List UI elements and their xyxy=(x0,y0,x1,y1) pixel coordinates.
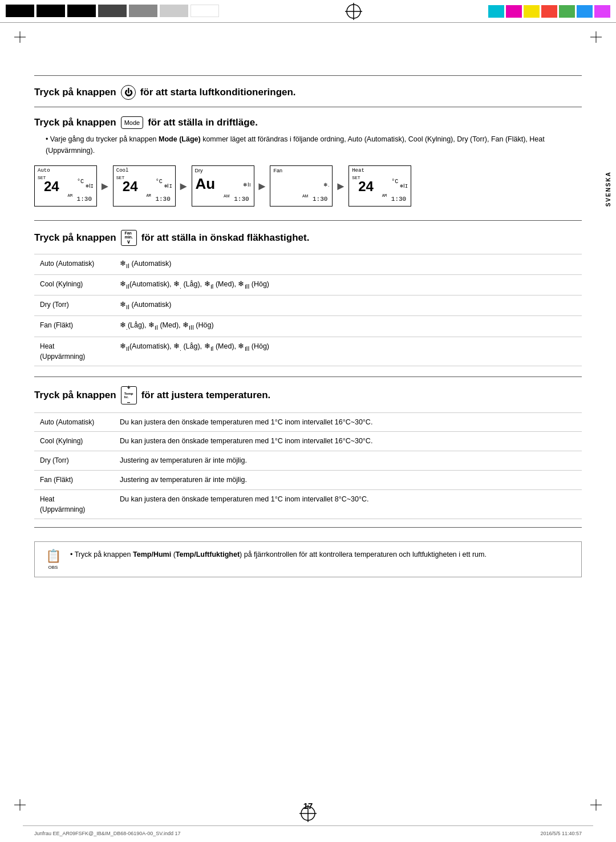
fan-heading-text1: Tryck på knappen xyxy=(34,232,116,244)
black-bar xyxy=(6,5,34,17)
lcd-cool-label: Cool xyxy=(116,168,129,173)
section-divider-1 xyxy=(34,75,582,76)
footer-left: Junfrau EE_AR09FSFK@_IB&IM_DB68-06190A-0… xyxy=(34,831,180,836)
section-heading-power-text1: Tryck på knappen xyxy=(34,87,116,98)
power-icon: ⏻ xyxy=(121,85,136,100)
temp-section: Tryck på knappen + Temphr. − för att jus… xyxy=(34,377,582,528)
temp-label: Temphr. xyxy=(124,392,133,399)
lcd-fan-time: 1:30 xyxy=(313,196,327,203)
lcd-heat-ampm: AM xyxy=(382,193,387,198)
note-icon: 📋 OBS xyxy=(44,549,62,570)
lcd-auto-time: 1:30 xyxy=(77,196,92,203)
fan-chevron-icon: ∨ xyxy=(127,239,131,245)
fan-button-icon: Fanmin. ∨ xyxy=(121,230,137,246)
fan-min-label: Fanmin. xyxy=(124,231,132,239)
lcd-fan-ampm: AM xyxy=(302,194,309,198)
fan-mode-auto: Auto (Automatisk) xyxy=(34,254,114,275)
fan-heading-text2: för att ställa in önskad fläkhastighet. xyxy=(141,232,310,244)
mode-arrow-4: ► xyxy=(335,180,346,193)
footer-divider xyxy=(23,825,593,826)
section-heading-mode: Tryck på knappen Mode för att ställa in … xyxy=(34,116,582,129)
black-registration-bars xyxy=(0,0,225,22)
note-bold-temp-humi: Temp/Humi xyxy=(133,550,171,558)
red-swatch xyxy=(541,5,557,18)
lcd-auto: Auto SET 24 °C ❄︎ⅠI AM 1:30 xyxy=(34,165,97,207)
table-row: Fan (Fläkt) ❄︎.(Låg), ❄︎ⅠI (Med), ❄︎ⅠII … xyxy=(34,316,582,337)
lcd-fan-label: Fan xyxy=(273,168,282,173)
temp-plus-icon: + xyxy=(127,385,131,391)
temp-mode-auto: Auto (Automatisk) xyxy=(34,412,114,432)
lcd-dry: Dry Au ❄︎ⅠI AM 1:30 xyxy=(192,165,254,207)
footer-right: 2016/5/5 11:40:57 xyxy=(540,831,582,836)
temp-mode-dry: Dry (Torr) xyxy=(34,451,114,471)
fan-desc-heat: ❄︎ⅠI(Automatisk), ❄︎. (Låg), ❄︎ⅠI (Med),… xyxy=(114,337,582,366)
note-text: • Tryck på knappen Temp/Humi (Temp/Luftf… xyxy=(70,549,487,560)
section-divider-5 xyxy=(34,527,582,528)
fan-speed-table: Auto (Automatisk) ❄︎ⅠI (Automatisk) Cool… xyxy=(34,254,582,366)
table-row: Heat(Uppvärmning) ❄︎ⅠI(Automatisk), ❄︎. … xyxy=(34,337,582,366)
table-row: Auto (Automatisk) ❄︎ⅠI (Automatisk) xyxy=(34,254,582,275)
temp-table: Auto (Automatisk) Du kan justera den öns… xyxy=(34,412,582,519)
footer-text: Junfrau EE_AR09FSFK@_IB&IM_DB68-06190A-0… xyxy=(34,831,582,836)
lcd-auto-label: Auto xyxy=(38,168,50,173)
fan-desc-auto: ❄︎ⅠI (Automatisk) xyxy=(114,254,582,275)
lcd-heat-temp: 24 xyxy=(358,179,374,195)
lcd-heat-unit: °C xyxy=(391,179,398,185)
mode-bullet-text: • Varje gång du trycker på knappen Mode … xyxy=(46,133,582,156)
fan-desc-fan: ❄︎.(Låg), ❄︎ⅠI (Med), ❄︎ⅠII (Hög) xyxy=(114,316,582,337)
crosshair-mark xyxy=(225,0,483,22)
lcd-auto-temp: 24 xyxy=(44,179,59,195)
fan-mode-dry: Dry (Torr) xyxy=(34,295,114,316)
section-heading-mode-text1: Tryck på knappen xyxy=(34,117,116,128)
temp-button-icon: + Temphr. − xyxy=(121,386,137,404)
lcd-dry-special: Au xyxy=(196,175,216,193)
lcd-cool-unit: °C xyxy=(156,179,163,185)
section-heading-temp: Tryck på knappen + Temphr. − för att jus… xyxy=(34,386,582,404)
lcd-fan: Fan ❄︎. AM 1:30 xyxy=(270,165,333,207)
lcd-dry-label: Dry xyxy=(195,168,203,173)
lcd-auto-unit: °C xyxy=(77,179,84,185)
note-bold-temp-luftfuktighet: Temp/Luftfuktighet xyxy=(176,550,240,558)
table-row: Auto (Automatisk) Du kan justera den öns… xyxy=(34,412,582,432)
table-row: Cool (Kylning) Du kan justera den önskad… xyxy=(34,432,582,451)
lcd-heat-fan: ❄︎ⅠI xyxy=(400,183,408,189)
temp-desc-fan: Justering av temperaturen är inte möjlig… xyxy=(114,470,582,489)
reg-mark-top-left xyxy=(14,31,26,43)
temp-desc-heat: Du kan justera den önskade temperaturen … xyxy=(114,489,582,519)
blue-swatch xyxy=(577,5,593,18)
black-bar xyxy=(37,5,65,17)
lcd-auto-ampm: AM xyxy=(68,193,72,198)
lcd-cool-ampm: AM xyxy=(146,193,151,198)
table-row: Cool (Kylning) ❄︎ⅠI(Automatisk), ❄︎. (Lå… xyxy=(34,275,582,295)
cyan-swatch xyxy=(488,5,504,18)
black-bar xyxy=(67,5,96,17)
note-bullet-text1: Tryck på knappen xyxy=(75,550,131,558)
temp-desc-auto: Du kan justera den önskade temperaturen … xyxy=(114,412,582,432)
note-box: 📋 OBS • Tryck på knappen Temp/Humi (Temp… xyxy=(34,541,582,577)
table-row: Fan (Fläkt) Justering av temperaturen är… xyxy=(34,470,582,489)
section-divider-4 xyxy=(34,377,582,377)
section-heading-power-text2: för att starta luftkonditioneringen. xyxy=(140,87,296,98)
section-heading-mode-text2: för att ställa in driftläge. xyxy=(148,117,258,128)
table-row: Heat(Uppvärmning) Du kan justera den öns… xyxy=(34,489,582,519)
lcd-heat: Heat SET 24 °C ❄︎ⅠI AM 1:30 xyxy=(348,165,411,207)
color-registration-swatches xyxy=(483,0,616,22)
svenska-sidebar-label: SVENSKA xyxy=(605,171,611,207)
black-bar xyxy=(98,5,127,17)
top-registration-bar xyxy=(0,0,616,23)
black-bar xyxy=(160,5,188,17)
fan-mode-cool: Cool (Kylning) xyxy=(34,275,114,295)
mode-displays-row: Auto SET 24 °C ❄︎ⅠI AM 1:30 ► Cool SET 2… xyxy=(34,165,582,207)
lcd-cool-fan: ❄︎ⅠI xyxy=(164,183,172,189)
black-bar xyxy=(191,5,219,17)
reg-mark-bottom-left xyxy=(14,799,26,811)
lcd-heat-time: 1:30 xyxy=(391,196,406,203)
temp-mode-cool: Cool (Kylning) xyxy=(34,432,114,451)
lcd-cool-time: 1:30 xyxy=(155,196,170,203)
temp-mode-heat: Heat(Uppvärmning) xyxy=(34,489,114,519)
lcd-dry-ampm: AM xyxy=(224,194,230,198)
temp-heading-text1: Tryck på knappen xyxy=(34,390,116,401)
fan-mode-heat: Heat(Uppvärmning) xyxy=(34,337,114,366)
fan-desc-dry: ❄︎ⅠI (Automatisk) xyxy=(114,295,582,316)
table-row: Dry (Torr) ❄︎ⅠI (Automatisk) xyxy=(34,295,582,316)
